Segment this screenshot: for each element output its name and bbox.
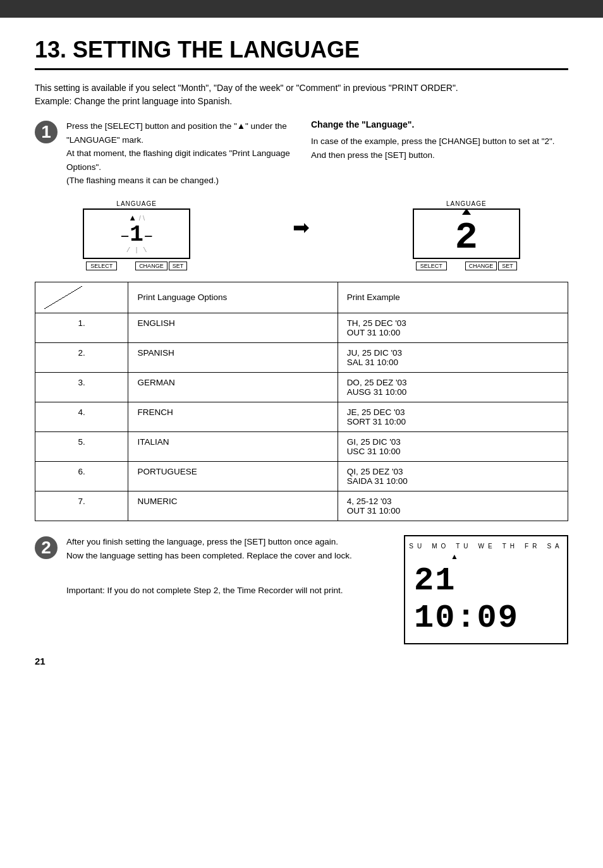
lcd2-block: LANGUAGE 2 SELECT CHANGE SET [413, 200, 520, 270]
lcd2-buttons: SELECT CHANGE SET [413, 262, 520, 270]
step1-right-text1: In case of the example, press the [CHANG… [311, 135, 568, 148]
clock-time-value: 21 10:09 [414, 562, 519, 637]
table-cell-example: DO, 25 DEZ '03AUSG 31 10:00 [338, 372, 568, 402]
lcd1-display: ▲ / \ –1– / | \ [83, 208, 190, 259]
lcd2-right-btns: CHANGE SET [465, 262, 517, 270]
lcd1-digit: –1– [120, 224, 154, 246]
lcd1-inner: ▲ / \ –1– / | \ [120, 213, 154, 254]
step2-number: 2 [35, 536, 58, 559]
step1-text: Press the [SELECT] button and position t… [66, 119, 292, 188]
lcd-section: LANGUAGE ▲ / \ –1– / | \ SELECT CHANGE S… [35, 200, 568, 270]
page-content: 13. SETTING THE LANGUAGE This setting is… [0, 18, 603, 692]
diagonal-line [44, 286, 82, 309]
lcd2-inner: 2 [414, 210, 519, 258]
page-title: 13. SETTING THE LANGUAGE [35, 37, 568, 70]
clock-day-label: SA [547, 543, 563, 550]
lcd2-change-btn: CHANGE [465, 262, 497, 270]
table-cell-lang: SPANISH [128, 342, 338, 372]
step2-left: 2 After you finish setting the language,… [35, 535, 385, 597]
table-row: 5.ITALIANGI, 25 DIC '03USC 31 10:00 [35, 431, 568, 461]
table-cell-example: QI, 25 DEZ '03SAIDA 31 10:00 [338, 461, 568, 491]
table-cell-num: 1. [35, 313, 128, 342]
table-cell-lang: ITALIAN [128, 431, 338, 461]
intro-section: This setting is available if you select … [35, 81, 568, 108]
table-header-options: Print Language Options [128, 282, 338, 313]
step1-text3: (The flashing means it can be changed.) [66, 174, 292, 188]
table-cell-lang: PORTUGUESE [128, 461, 338, 491]
step2-important: Important: If you do not complete Step 2… [66, 584, 385, 598]
lcd2-value: 2 [455, 216, 478, 259]
step1-number: 1 [35, 121, 58, 143]
table-cell-lang: ENGLISH [128, 313, 338, 342]
clock-days: SUMOTUWETHFRSA [409, 543, 563, 550]
table-row: 6.PORTUGUESEQI, 25 DEZ '03SAIDA 31 10:00 [35, 461, 568, 491]
clock-day-label: TU [456, 543, 472, 550]
arrow-icon: ➡ [293, 215, 310, 239]
table-cell-example: GI, 25 DIC '03USC 31 10:00 [338, 431, 568, 461]
intro-text-1: This setting is available if you select … [35, 81, 568, 95]
table-cell-num: 5. [35, 431, 128, 461]
step2-text: After you finish setting the language, p… [66, 535, 385, 597]
clock-day-label: MO [432, 543, 449, 550]
step2-text1: After you finish setting the language, p… [66, 535, 385, 549]
lcd2-display: 2 [413, 208, 520, 259]
lcd2-set-btn: SET [498, 262, 517, 270]
table-row: 2.SPANISHJU, 25 DIC '03SAL 31 10:00 [35, 342, 568, 372]
table-cell-example: JE, 25 DEC '03SORT 31 10:00 [338, 402, 568, 431]
table-row: 1.ENGLISHTH, 25 DEC '03OUT 31 10:00 [35, 313, 568, 342]
lcd2-label: LANGUAGE [446, 200, 487, 207]
step1-text2: At that moment, the flashing digit indic… [66, 147, 292, 174]
step2-text2: Now the language setting has been comple… [66, 549, 385, 563]
step1-right-body: In case of the example, press the [CHANG… [311, 135, 568, 162]
lcd1-select-btn: SELECT [86, 262, 117, 270]
page-number: 21 [35, 656, 568, 666]
table-row: 3.GERMANDO, 25 DEZ '03AUSG 31 10:00 [35, 372, 568, 402]
step2-right: SUMOTUWETHFRSA ▲ 21 10:09 [404, 535, 568, 644]
table-cell-num: 3. [35, 372, 128, 402]
table-header-example: Print Example [338, 282, 568, 313]
clock-triangle-icon: ▲ [451, 552, 458, 561]
top-bar [0, 0, 603, 18]
table-cell-example: JU, 25 DIC '03SAL 31 10:00 [338, 342, 568, 372]
clock-day-label: FR [525, 543, 540, 550]
table-cell-num: 6. [35, 461, 128, 491]
lcd2-triangle-icon [462, 208, 471, 215]
table-cell-num: 2. [35, 342, 128, 372]
lcd1-right-btns: CHANGE SET [135, 262, 187, 270]
table-cell-lang: NUMERIC [128, 491, 338, 521]
clock-display: SUMOTUWETHFRSA ▲ 21 10:09 [404, 535, 568, 644]
table-cell-lang: FRENCH [128, 402, 338, 431]
table-cell-num: 4. [35, 402, 128, 431]
step2-section: 2 After you finish setting the language,… [35, 535, 568, 644]
clock-day-label: WE [478, 543, 496, 550]
clock-day-label: SU [409, 543, 425, 550]
lcd1-set-btn: SET [169, 262, 188, 270]
step1-right-text2: And then press the [SET] button. [311, 148, 568, 162]
step1-section: 1 Press the [SELECT] button and position… [35, 119, 568, 188]
table-cell-num: 7. [35, 491, 128, 521]
step1-right-title: Change the "Language". [311, 119, 568, 130]
table-header-diag [35, 282, 128, 313]
table-cell-example: TH, 25 DEC '03OUT 31 10:00 [338, 313, 568, 342]
lcd1-change-btn: CHANGE [135, 262, 168, 270]
table-row: 7.NUMERIC4, 25-12 '03OUT 31 10:00 [35, 491, 568, 521]
table-cell-example: 4, 25-12 '03OUT 31 10:00 [338, 491, 568, 521]
table-row: 4.FRENCHJE, 25 DEC '03SORT 31 10:00 [35, 402, 568, 431]
lcd1-label: LANGUAGE [116, 200, 157, 207]
step1-right: Change the "Language". In case of the ex… [311, 119, 568, 162]
lcd1-buttons: SELECT CHANGE SET [83, 262, 190, 270]
table-cell-lang: GERMAN [128, 372, 338, 402]
language-table: Print Language Options Print Example 1.E… [35, 282, 568, 521]
step1-left: 1 Press the [SELECT] button and position… [35, 119, 292, 188]
intro-text-2: Example: Change the print language into … [35, 95, 568, 108]
diagonal-header [44, 286, 82, 309]
lcd2-select-btn: SELECT [416, 262, 447, 270]
step1-text1: Press the [SELECT] button and position t… [66, 119, 292, 147]
lcd1-block: LANGUAGE ▲ / \ –1– / | \ SELECT CHANGE S… [83, 200, 190, 270]
clock-time: 21 10:09 [414, 562, 558, 637]
clock-day-label: TH [502, 543, 518, 550]
